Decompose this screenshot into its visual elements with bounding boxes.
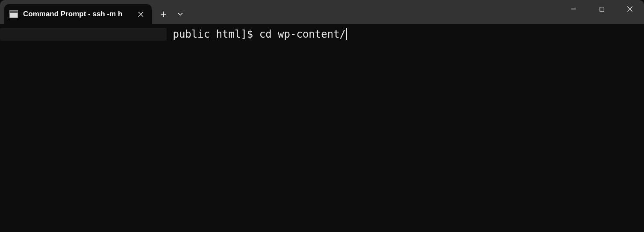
close-icon bbox=[627, 6, 633, 12]
redacted-host bbox=[0, 28, 167, 41]
tab-dropdown-button[interactable] bbox=[172, 6, 188, 22]
minimize-icon bbox=[570, 6, 576, 12]
close-window-button[interactable] bbox=[616, 0, 644, 18]
text-cursor bbox=[346, 28, 347, 40]
active-tab[interactable]: Command Prompt - ssh -m h bbox=[4, 4, 152, 24]
tab-title: Command Prompt - ssh -m h bbox=[23, 10, 130, 18]
close-icon bbox=[138, 12, 144, 17]
tab-actions bbox=[152, 4, 188, 24]
plus-icon bbox=[160, 11, 167, 18]
new-tab-button[interactable] bbox=[155, 6, 171, 22]
terminal-icon bbox=[9, 10, 18, 18]
maximize-button[interactable] bbox=[588, 0, 616, 18]
command-text: cd wp-content/ bbox=[259, 27, 346, 41]
chevron-down-icon bbox=[177, 11, 183, 17]
minimize-button[interactable] bbox=[559, 0, 588, 18]
close-tab-button[interactable] bbox=[135, 9, 146, 19]
terminal-output[interactable]: public_html]$ cd wp-content/ bbox=[0, 24, 644, 41]
prompt-path: public_html]$ bbox=[167, 27, 259, 41]
maximize-icon bbox=[599, 6, 605, 12]
tab-row: Command Prompt - ssh -m h bbox=[0, 0, 188, 24]
terminal-line: public_html]$ cd wp-content/ bbox=[0, 27, 644, 41]
title-bar: Command Prompt - ssh -m h bbox=[0, 0, 644, 24]
svg-rect-0 bbox=[600, 7, 604, 11]
window-controls bbox=[559, 0, 644, 18]
